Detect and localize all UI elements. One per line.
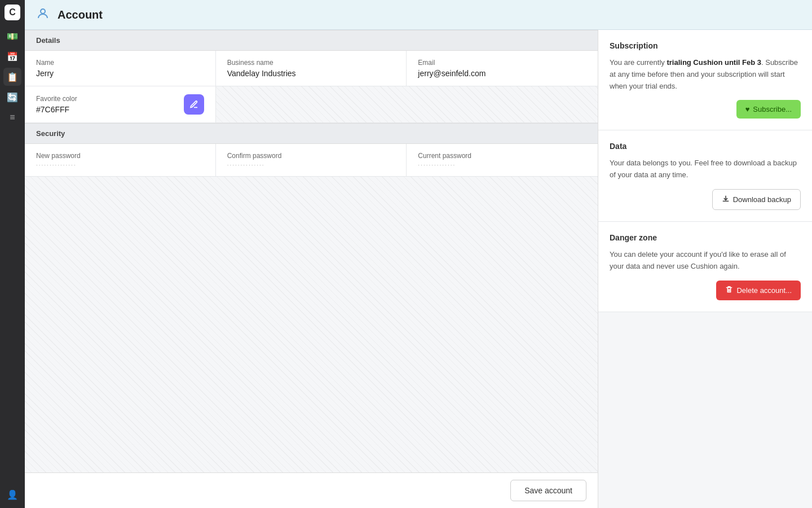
data-section-title: Data: [610, 142, 801, 151]
new-password-label: New password: [36, 152, 204, 160]
sidebar-item-calendar[interactable]: 📅: [3, 47, 21, 65]
subscription-bold: trialing Cushion until Feb 3: [667, 58, 761, 67]
email-field: Email jerry@seinfeld.com: [407, 51, 598, 86]
subscription-title: Subscription: [610, 41, 801, 50]
trash-icon: [725, 286, 733, 295]
name-label: Name: [36, 59, 204, 67]
sidebar-item-money[interactable]: 💵: [3, 27, 21, 45]
color-swatch-button[interactable]: [184, 94, 204, 115]
sidebar-item-menu[interactable]: ≡: [3, 108, 21, 126]
details-section-header: Details: [25, 30, 598, 51]
bottom-bar: Save account: [25, 472, 598, 508]
account-icon: [36, 7, 52, 23]
subscribe-button[interactable]: ♥ Subscribe...: [736, 100, 801, 119]
right-panel: Subscription You are currently trialing …: [598, 30, 812, 508]
danger-zone-section: Danger zone You can delete your account …: [598, 222, 812, 312]
subscription-text: You are currently trialing Cushion until…: [610, 57, 801, 92]
delete-account-button[interactable]: Delete account...: [716, 281, 801, 300]
security-section-header: Security: [25, 123, 598, 144]
download-btn-label: Download backup: [733, 195, 791, 204]
svg-point-0: [41, 9, 45, 14]
current-password-field: Current password ··············: [407, 144, 598, 176]
data-section: Data Your data belongs to you. Feel free…: [598, 130, 812, 222]
danger-zone-title: Danger zone: [610, 233, 801, 242]
sidebar-logo[interactable]: C: [5, 5, 20, 20]
left-panel: Details Name Jerry Business name Vandela…: [25, 30, 598, 508]
delete-btn-label: Delete account...: [736, 286, 792, 295]
favorite-color-value: #7C6FFF: [36, 105, 77, 114]
subscription-text-before: You are currently: [610, 58, 667, 67]
color-row: Favorite color #7C6FFF: [25, 86, 598, 123]
sidebar: C 💵 📅 📋 🔄 ≡ 👤: [0, 0, 25, 508]
content-layout: Details Name Jerry Business name Vandela…: [25, 30, 812, 508]
danger-zone-text: You can delete your account if you'd lik…: [610, 249, 801, 273]
current-password-label: Current password: [418, 152, 586, 160]
business-value: Vandelay Industries: [227, 69, 395, 78]
right-spacer: [598, 312, 812, 508]
new-password-field: New password ···············: [25, 144, 216, 176]
name-value: Jerry: [36, 69, 204, 78]
sidebar-item-user[interactable]: 👤: [3, 485, 21, 503]
hatched-area: [25, 177, 598, 472]
main-area: Account Details Name Jerry Business name…: [25, 0, 812, 508]
save-account-button[interactable]: Save account: [510, 480, 586, 501]
subscribe-btn-label: Subscribe...: [753, 105, 792, 113]
download-backup-button[interactable]: Download backup: [712, 189, 801, 210]
color-empty-cell: [216, 86, 598, 122]
business-label: Business name: [227, 59, 395, 67]
current-password-value: ··············: [418, 162, 586, 168]
email-value: jerry@seinfeld.com: [418, 69, 586, 78]
details-fields-row: Name Jerry Business name Vandelay Indust…: [25, 51, 598, 86]
favorite-color-label: Favorite color: [36, 95, 77, 103]
favorite-color-field: Favorite color #7C6FFF: [25, 86, 216, 122]
confirm-password-field: Confirm password ··············: [216, 144, 407, 176]
sidebar-item-list[interactable]: 📋: [3, 68, 21, 86]
email-label: Email: [418, 59, 586, 67]
color-info: Favorite color #7C6FFF: [36, 95, 77, 114]
password-fields-row: New password ··············· Confirm pas…: [25, 144, 598, 177]
page-header: Account: [25, 0, 812, 30]
sidebar-item-refresh[interactable]: 🔄: [3, 88, 21, 106]
new-password-value: ···············: [36, 162, 204, 168]
subscription-section: Subscription You are currently trialing …: [598, 30, 812, 130]
confirm-password-label: Confirm password: [227, 152, 395, 160]
page-title: Account: [58, 8, 103, 21]
business-field: Business name Vandelay Industries: [216, 51, 407, 86]
confirm-password-value: ··············: [227, 162, 395, 168]
heart-icon: ♥: [745, 105, 750, 113]
name-field: Name Jerry: [25, 51, 216, 86]
data-section-text: Your data belongs to you. Feel free to d…: [610, 157, 801, 181]
download-icon: [722, 195, 730, 204]
